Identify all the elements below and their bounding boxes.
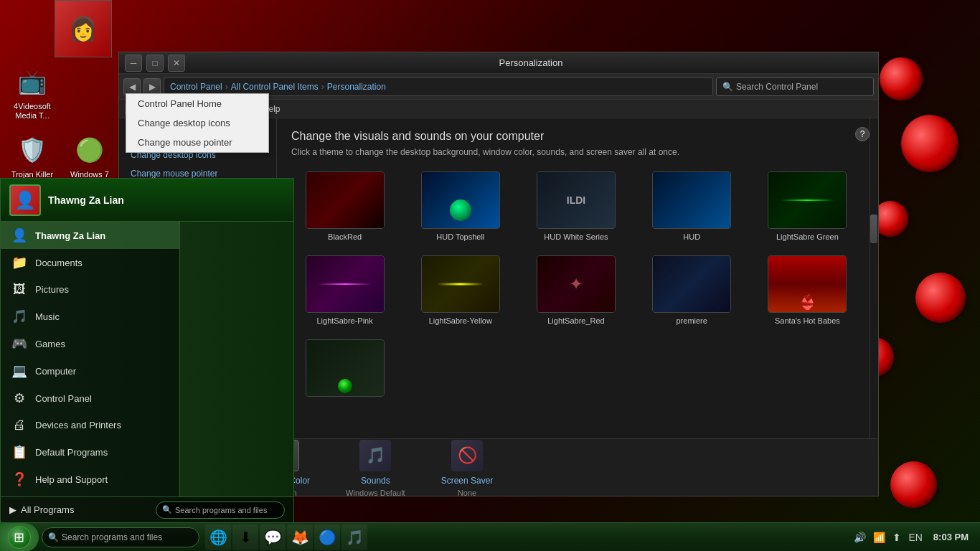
theme-blackred[interactable]: BlackRed <box>291 169 398 244</box>
search-control-panel[interactable]: 🔍 Search Control Panel <box>716 77 874 96</box>
sounds-sublabel: Windows Default <box>346 489 405 497</box>
start-item-username[interactable]: 👤 Thawng Za Lian <box>1 222 179 249</box>
sounds-button[interactable]: 🎵 Sounds Windows Default <box>339 434 413 501</box>
start-item-documents[interactable]: 📁 Documents <box>1 249 179 276</box>
start-item-games[interactable]: 🎮 Games <box>1 330 179 357</box>
user-icon: 👤 <box>11 227 28 243</box>
computer-icon: 💻 <box>11 363 28 379</box>
start-item-music[interactable]: 🎵 Music <box>1 303 179 330</box>
default-programs-icon: 📋 <box>11 444 28 460</box>
theme-hud-white[interactable]: ILDI HUD White Series <box>522 169 629 244</box>
taskbar-chrome-icon[interactable]: 🔵 <box>314 524 340 550</box>
theme-name: LightSabre-Pink <box>316 316 372 325</box>
search-icon-small: 🔍 <box>162 505 172 514</box>
page-heading: Change the visuals and sounds on your co… <box>291 130 864 143</box>
taskbar-utorrent-icon[interactable]: ⬇ <box>232 524 258 550</box>
theme-name: LightSabre-Yellow <box>429 316 492 325</box>
taskbar-firefox-icon[interactable]: 🦊 <box>287 524 313 550</box>
start-menu-body: 👤 Thawng Za Lian 📁 Documents 🖼 Pictures … <box>1 222 293 496</box>
start-orb: ⊞ <box>8 526 31 549</box>
start-menu-footer: ▶ All Programs 🔍 Search programs and fil… <box>1 496 293 522</box>
orb-deco <box>338 379 352 393</box>
start-item-help-support[interactable]: ❓ Help and Support <box>1 466 179 493</box>
menu-change-desktop-icons[interactable]: Change desktop icons <box>126 113 268 133</box>
start-button[interactable]: ⊞ <box>0 523 39 552</box>
forward-button[interactable]: ▶ <box>143 78 161 95</box>
system-clock[interactable]: 8:03 PM <box>928 532 974 542</box>
maximize-button[interactable]: □ <box>146 55 164 72</box>
taskbar-winamp-icon[interactable]: 🎵 <box>341 524 367 550</box>
menu-change-mouse-pointer[interactable]: Change mouse pointer <box>126 133 268 152</box>
scrollbar[interactable] <box>870 118 878 438</box>
theme-lightsabre-pink[interactable]: LightSabre-Pink <box>291 253 398 328</box>
theme-custom[interactable]: Custom <box>291 336 398 398</box>
search-placeholder: Search Control Panel <box>736 82 818 92</box>
breadcrumb-personalization[interactable]: Personalization <box>327 82 386 92</box>
start-item-default-programs[interactable]: 📋 Default Programs <box>1 438 179 466</box>
start-item-pictures[interactable]: 🖼 Pictures <box>1 276 179 303</box>
theme-thumb-blackred <box>306 171 385 229</box>
theme-name: LightSabre_Red <box>547 316 605 325</box>
search-icon: 🔍 <box>48 532 59 542</box>
scroll-thumb[interactable] <box>870 215 877 243</box>
start-item-computer[interactable]: 💻 Computer <box>1 357 179 385</box>
sounds-label: Sounds <box>361 476 390 486</box>
theme-name: Santa's Hot Babes <box>775 316 840 325</box>
lang-indicator[interactable]: EN <box>906 530 924 545</box>
help-icon: ❓ <box>11 471 28 487</box>
tray-icon-1[interactable]: 🔊 <box>852 530 868 545</box>
theme-name: premiere <box>676 316 707 325</box>
taskbar-viber-icon[interactable]: 💬 <box>260 524 286 550</box>
theme-thumb-red: ✦ <box>537 255 616 313</box>
taskbar-icons: 🌐 ⬇ 💬 🦊 🔵 🎵 <box>205 524 367 550</box>
start-menu: 👤 Thawng Za Lian 👤 Thawng Za Lian 📁 Docu… <box>0 178 294 522</box>
page-subtext: Click a theme to change the desktop back… <box>291 147 864 157</box>
start-search-field[interactable]: 🔍 Search programs and files <box>156 501 285 519</box>
theme-hud[interactable]: HUD <box>639 169 745 244</box>
back-button[interactable]: ◀ <box>123 78 141 95</box>
thumbnail-susan[interactable]: 👩 <box>55 0 112 57</box>
theme-hud-topshell[interactable]: HUD Topshell <box>407 169 514 244</box>
start-item-devices-printers[interactable]: 🖨 Devices and Printers <box>1 412 179 438</box>
theme-thumb-hud <box>421 171 500 229</box>
theme-lightsabre-green[interactable]: LightSabre Green <box>754 169 861 244</box>
start-menu-header: 👤 Thawng Za Lian <box>1 179 293 222</box>
close-button[interactable]: ✕ <box>168 55 185 72</box>
search-text: Search programs and files <box>62 532 162 542</box>
user-avatar: 👤 <box>9 184 41 216</box>
desktop: 📺 4Videosoft Media T... 🛡️ Trojan Killer… <box>0 0 980 551</box>
screen-saver-button[interactable]: 🚫 Screen Saver None <box>434 434 501 501</box>
tray-icon-3[interactable]: ⬆ <box>890 530 903 545</box>
menu-control-panel-home[interactable]: Control Panel Home <box>126 94 268 113</box>
theme-santas-hot-babes[interactable]: Santa's Hot Babes <box>754 253 861 328</box>
all-programs-label: All Programs <box>21 504 74 515</box>
minimize-button[interactable]: ─ <box>125 55 142 72</box>
taskbar-ie-icon[interactable]: 🌐 <box>205 524 231 550</box>
breadcrumb-all-items[interactable]: All Control Panel Items <box>231 82 319 92</box>
breadcrumb-control-panel[interactable]: Control Panel <box>170 82 222 92</box>
theme-thumb-hudwhite: ILDI <box>537 171 616 229</box>
start-item-control-panel[interactable]: ⚙ Control Panel <box>1 385 179 412</box>
desktop-icon-label: 4Videosoft Media T... <box>4 102 61 121</box>
screen-saver-sublabel: None <box>458 489 476 497</box>
desktop-icon-4video[interactable]: 📺 4Videosoft Media T... <box>4 65 61 121</box>
screen-saver-label: Screen Saver <box>441 476 494 486</box>
win7-icon: 🟢 <box>72 133 107 167</box>
theme-lightsabre-yellow[interactable]: LightSabre-Yellow <box>407 253 514 328</box>
desktop-icon-trojan[interactable]: 🛡️ Trojan Killer <box>4 133 61 179</box>
taskbar-search[interactable]: 🔍 Search programs and files <box>42 527 199 547</box>
xmas-ball-4 <box>915 273 966 323</box>
control-panel-icon: ⚙ <box>11 390 28 406</box>
theme-name: LightSabre Green <box>776 232 839 241</box>
help-button[interactable]: ? <box>855 127 870 141</box>
theme-thumb-custom <box>306 339 385 397</box>
window-titlebar: ─ □ ✕ Personalization <box>119 52 878 74</box>
tray-icon-2[interactable]: 📶 <box>871 530 887 545</box>
main-content: ? Change the visuals and sounds on your … <box>277 118 878 438</box>
arrow-icon: ▶ <box>9 504 17 515</box>
trojan-icon: 🛡️ <box>15 133 50 167</box>
xmas-ball-1 <box>880 57 923 100</box>
theme-lightsabre-red[interactable]: ✦ LightSabre_Red <box>522 253 629 328</box>
theme-premiere[interactable]: premiere <box>639 253 745 328</box>
all-programs-button[interactable]: ▶ All Programs <box>9 504 74 515</box>
